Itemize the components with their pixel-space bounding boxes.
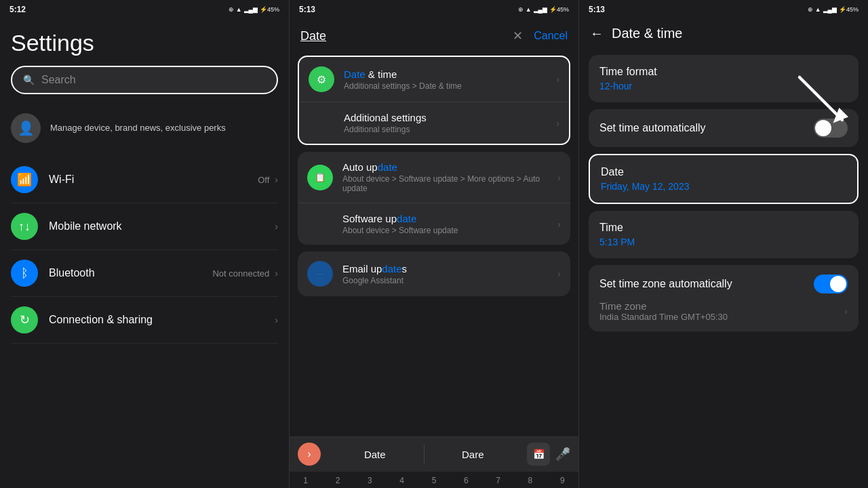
set-timezone-auto-row[interactable]: Set time zone automatically: [599, 274, 848, 293]
keyboard-suggestions: Date Dare: [326, 445, 521, 464]
search-placeholder: Search: [41, 74, 76, 86]
result-card-2: 📋 Auto update About device > Software up…: [298, 152, 570, 245]
settings-content: Settings 🔍 Search 👤 Manage device, brand…: [0, 19, 289, 488]
timezone-row[interactable]: Time zone India Standard Time GMT+05:30 …: [599, 300, 848, 322]
date-label: Date: [601, 166, 846, 178]
key-4: 4: [386, 474, 418, 487]
mobile-icon: ↑↓: [11, 213, 38, 240]
keyboard-expand-button[interactable]: ›: [298, 443, 321, 466]
wifi-chevron: ›: [275, 174, 278, 185]
emailupdates-chevron: ›: [557, 268, 561, 279]
network-icon-2: ▂▄▆: [534, 6, 547, 13]
sharing-icon: ↻: [11, 306, 38, 333]
result-item-additional[interactable]: Additional settings Additional settings …: [299, 102, 569, 144]
date-card[interactable]: Date Friday, May 12, 2023: [589, 154, 859, 204]
softwareupdate-chevron: ›: [557, 219, 561, 230]
settings-item-sharing[interactable]: ↻ Connection & sharing ›: [11, 297, 278, 344]
emailupdates-sub: Google Assistant: [342, 276, 557, 285]
result-item-softwareupdate[interactable]: Software update About device > Software …: [298, 203, 570, 245]
key-6: 6: [450, 474, 482, 487]
autoupdate-prefix: Auto up: [342, 161, 378, 173]
datetime-panel: 5:13 ⊕ ▲ ▂▄▆ ⚡45% ← Date & time Time for…: [578, 0, 868, 488]
sharing-right: ›: [275, 314, 278, 325]
search-header: Date ✕ Cancel: [290, 19, 578, 50]
network-icon: ▂▄▆: [244, 6, 258, 13]
timezone-section: Set time zone automatically Time zone In…: [589, 265, 859, 331]
set-time-auto-toggle[interactable]: [814, 119, 848, 138]
bluetooth-right: Not connected ›: [212, 268, 278, 279]
bt-icon-3: ⊕: [808, 6, 813, 13]
time-format-card[interactable]: Time format 12-hour: [589, 55, 859, 102]
sharing-label: Connection & sharing: [49, 314, 153, 325]
email-prefix: Email up: [342, 263, 382, 274]
timezone-text: Time zone India Standard Time GMT+05:30: [599, 300, 728, 322]
timezone-label: Time zone: [599, 300, 728, 312]
autoupdate-title: Auto update: [342, 161, 557, 173]
battery-icon: ⚡45%: [260, 6, 279, 13]
bluetooth-icon: ᛒ: [11, 260, 38, 287]
key-5: 5: [418, 474, 450, 487]
suggestion-date[interactable]: Date: [326, 445, 425, 464]
account-row[interactable]: 👤 Manage device, brand news, exclusive p…: [11, 105, 278, 151]
emailupdates-icon: ···: [307, 261, 333, 287]
search-query[interactable]: Date: [300, 29, 502, 43]
additional-text: Additional settings Additional settings: [309, 112, 556, 134]
result-item-datetime[interactable]: ⚙ Date & time Additional settings > Date…: [299, 57, 569, 102]
cancel-button[interactable]: Cancel: [534, 30, 568, 42]
suggestion-dare[interactable]: Dare: [425, 445, 522, 464]
softwareupdate-highlight: date: [397, 213, 416, 224]
microphone-icon[interactable]: 🎤: [555, 447, 570, 462]
status-icons-2: ⊕ ▲ ▂▄▆ ⚡45%: [518, 6, 569, 13]
status-time-2: 5:13: [299, 5, 315, 14]
bluetooth-label: Bluetooth: [49, 267, 95, 279]
avatar: 👤: [11, 113, 41, 143]
status-bar-3: 5:13 ⊕ ▲ ▂▄▆ ⚡45%: [579, 0, 868, 19]
search-results: ⚙ Date & time Additional settings > Date…: [290, 50, 578, 436]
settings-item-bluetooth[interactable]: ᛒ Bluetooth Not connected ›: [11, 250, 278, 297]
time-format-label: Time format: [599, 66, 848, 78]
datetime-icon: ⚙: [309, 66, 334, 92]
key-3: 3: [354, 474, 386, 487]
autoupdate-sub: About device > Software update > More op…: [342, 174, 557, 193]
datetime-title: Date & time: [612, 26, 682, 41]
status-time-3: 5:13: [589, 5, 605, 14]
close-button[interactable]: ✕: [510, 26, 526, 46]
emailupdates-text: Email updates Google Assistant: [342, 263, 557, 285]
datetime-title-rest: & time: [366, 68, 397, 80]
autoupdate-highlight: date: [378, 161, 397, 173]
set-timezone-auto-toggle[interactable]: [814, 274, 848, 293]
settings-item-mobile[interactable]: ↑↓ Mobile network ›: [11, 203, 278, 250]
calendar-icon[interactable]: 📅: [527, 443, 550, 466]
datetime-text: Date & time Additional settings > Date &…: [344, 68, 556, 91]
bluetooth-chevron: ›: [275, 268, 278, 279]
search-icon: 🔍: [23, 75, 35, 85]
result-card-1: ⚙ Date & time Additional settings > Date…: [298, 56, 570, 145]
back-button[interactable]: ←: [590, 26, 604, 41]
mobile-right: ›: [275, 221, 278, 232]
result-item-emailupdates[interactable]: ··· Email updates Google Assistant ›: [298, 251, 570, 296]
date-value: Friday, May 12, 2023: [601, 181, 846, 192]
signal-icon-2: ▲: [526, 6, 532, 13]
search-panel: 5:13 ⊕ ▲ ▂▄▆ ⚡45% Date ✕ Cancel ⚙ Date &…: [289, 0, 578, 488]
sharing-text: Connection & sharing: [49, 314, 275, 326]
bluetooth-text: Bluetooth: [49, 267, 212, 279]
wifi-icon: 📶: [11, 166, 38, 193]
search-box[interactable]: 🔍 Search: [11, 66, 278, 94]
time-label: Time: [599, 222, 848, 234]
result-card-3: ··· Email updates Google Assistant ›: [298, 251, 570, 296]
datetime-content: Time format 12-hour Set time automatical…: [579, 48, 868, 488]
time-card[interactable]: Time 5:13 PM: [589, 211, 859, 258]
bt-icon: ⊕: [229, 6, 234, 13]
toggle-thumb-tz: [830, 276, 846, 292]
account-text: Manage device, brand news, exclusive per…: [50, 122, 226, 134]
status-icons-1: ⊕ ▲ ▂▄▆ ⚡45%: [229, 6, 279, 13]
set-time-auto-label: Set time automatically: [599, 122, 706, 134]
result-item-autoupdate[interactable]: 📋 Auto update About device > Software up…: [298, 152, 570, 203]
emailupdates-title: Email updates: [342, 263, 557, 274]
set-time-auto-row[interactable]: Set time automatically: [589, 109, 859, 147]
settings-item-wifi[interactable]: 📶 Wi-Fi Off ›: [11, 157, 278, 203]
bluetooth-value: Not connected: [212, 268, 269, 279]
status-bar-2: 5:13 ⊕ ▲ ▂▄▆ ⚡45%: [290, 0, 578, 19]
status-icons-3: ⊕ ▲ ▂▄▆ ⚡45%: [808, 6, 859, 13]
battery-icon-2: ⚡45%: [549, 6, 569, 13]
